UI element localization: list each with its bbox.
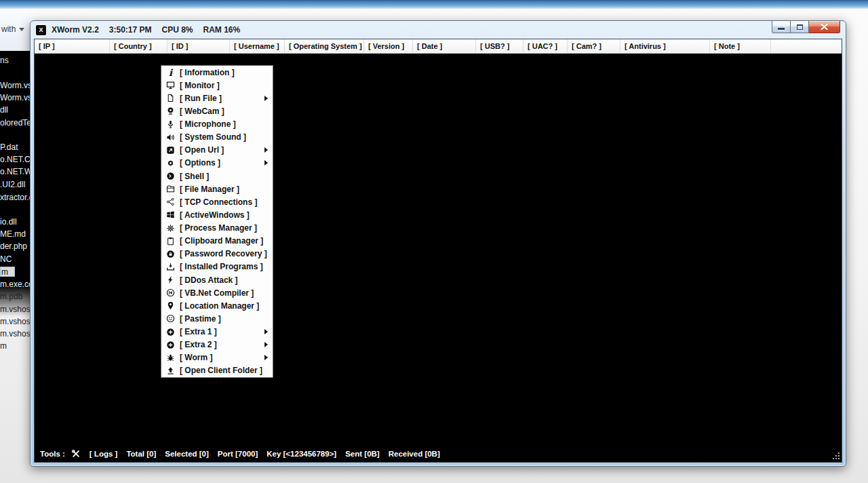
column-header-country[interactable]: [ Country ]: [110, 39, 167, 53]
menu-item-extra-2[interactable]: [ Extra 2 ]: [161, 339, 273, 351]
column-header-note[interactable]: [ Note ]: [710, 39, 771, 53]
background-file-item[interactable]: Worm.vsh: [0, 81, 30, 91]
close-icon: [821, 24, 828, 30]
background-file-item[interactable]: oloredTe: [0, 118, 30, 128]
menu-item-label: [ TCP Connections ]: [180, 197, 257, 207]
run-file-icon: [161, 94, 180, 102]
background-file-item[interactable]: m: [0, 341, 30, 351]
background-file-item[interactable]: dll: [0, 105, 30, 115]
menu-item-system-sound[interactable]: [ System Sound ]: [161, 131, 273, 144]
column-header-version[interactable]: [ Version ]: [364, 39, 413, 53]
chevron-down-icon: [19, 28, 24, 31]
column-header-cam[interactable]: [ Cam? ]: [568, 39, 620, 53]
app-title: XWorm V2.2: [52, 25, 99, 35]
background-file-item[interactable]: ME.md: [0, 229, 30, 239]
clipboard-icon: [161, 237, 180, 246]
background-file-item[interactable]: der.php: [0, 242, 30, 252]
titlebar[interactable]: X XWorm V2.2 3:50:17 PM CPU 8% RAM 16%: [34, 21, 842, 39]
background-file-item[interactable]: NC: [0, 254, 30, 265]
microphone-icon: [161, 120, 180, 129]
column-header-usb[interactable]: [ USB? ]: [476, 39, 524, 53]
menu-item-run-file[interactable]: [ Run File ]: [161, 92, 273, 104]
information-icon: i: [161, 68, 180, 77]
background-file-item[interactable]: m.vshost: [0, 305, 30, 315]
minimize-button[interactable]: [772, 21, 791, 33]
menu-item-tcp-connections[interactable]: [ TCP Connections ]: [161, 195, 273, 208]
column-header-ip[interactable]: [ IP ]: [35, 39, 110, 53]
logs-button[interactable]: [ Logs ]: [90, 450, 118, 458]
menu-item-label: [ Worm ]: [180, 353, 212, 362]
menu-item-location-manager[interactable]: [ Location Manager ]: [161, 299, 273, 312]
column-header-id[interactable]: [ ID ]: [167, 39, 230, 53]
menu-item-options[interactable]: [ Options ]: [161, 157, 273, 170]
ram-usage: RAM 16%: [203, 25, 241, 35]
menu-item-activewindows[interactable]: [ ActiveWindows ]: [161, 208, 273, 221]
upload-icon: [161, 366, 180, 375]
menu-item-file-manager[interactable]: [ File Manager ]: [161, 182, 273, 195]
menu-item-ddos-attack[interactable]: [ DDos Attack ]: [161, 273, 273, 286]
menu-item-open-client-folder[interactable]: [ Open Client Folder ]: [161, 364, 273, 377]
column-header-os[interactable]: [ Operating System ]: [285, 39, 364, 53]
column-header-date[interactable]: [ Date ]: [413, 39, 476, 53]
compiler-icon: [161, 288, 180, 297]
tools-label: Tools :: [40, 450, 65, 458]
background-file-item[interactable]: io.dll: [0, 217, 30, 227]
menu-item-shell[interactable]: [ Shell ]: [161, 170, 273, 182]
menu-item-label: [ Process Manager ]: [180, 223, 257, 233]
close-button[interactable]: [809, 21, 840, 33]
port-value: Port [7000]: [218, 450, 258, 458]
lightning-icon: [161, 275, 180, 284]
column-header-uac[interactable]: [ UAC? ]: [524, 39, 568, 53]
background-file-item-selected[interactable]: m: [0, 267, 15, 277]
plus-circle-icon: [161, 328, 180, 336]
background-file-item[interactable]: o.NET.Co: [0, 155, 30, 165]
resize-grip[interactable]: [831, 451, 840, 460]
background-file-item[interactable]: Worm.vsh: [0, 93, 30, 103]
column-header-filler: [771, 39, 842, 53]
menu-item-installed-programs[interactable]: [ Installed Programs ]: [161, 260, 273, 273]
app-icon: X: [36, 25, 46, 35]
submenu-arrow-icon: [264, 160, 268, 166]
background-file-item[interactable]: ns: [0, 56, 30, 66]
menu-item-label: [ VB.Net Compiler ]: [180, 288, 254, 298]
menu-item-monitor[interactable]: [ Monitor ]: [161, 79, 273, 92]
client-list-area[interactable]: [35, 54, 842, 446]
background-file-item[interactable]: xtractor.d: [0, 193, 30, 203]
download-icon: [161, 263, 180, 271]
menu-item-clipboard-manager[interactable]: [ Clipboard Manager ]: [161, 235, 273, 248]
background-openwith-dropdown[interactable]: with: [1, 24, 24, 34]
open-url-icon: [161, 146, 180, 155]
background-file-item[interactable]: P.dat: [0, 142, 30, 153]
background-file-item[interactable]: m.pdb: [0, 292, 30, 302]
column-header-username[interactable]: [ Username ]: [230, 39, 285, 53]
background-file-item[interactable]: m.exe.co: [0, 279, 30, 290]
maximize-icon: [797, 24, 803, 30]
menu-item-label: [ Options ]: [180, 158, 220, 168]
menu-item-worm[interactable]: [ Worm ]: [161, 351, 273, 364]
menu-item-label: [ Monitor ]: [180, 81, 220, 90]
tools-icon[interactable]: [71, 449, 81, 459]
menu-item-microphone[interactable]: [ Microphone ]: [161, 118, 273, 131]
menu-item-webcam[interactable]: [ WebCam ]: [161, 104, 273, 117]
listview-header: [ IP ] [ Country ] [ ID ] [ Username ] […: [35, 39, 842, 54]
background-dropdown-label: with: [1, 24, 16, 34]
speaker-icon: [161, 133, 180, 142]
background-file-item[interactable]: m.vshost: [0, 317, 30, 327]
submenu-arrow-icon: [264, 329, 268, 334]
gear-outline-icon: [161, 224, 180, 233]
gear-icon: [161, 159, 180, 168]
background-file-item[interactable]: m.vshost: [0, 329, 30, 339]
smiley-icon: [161, 314, 180, 323]
menu-item-open-url[interactable]: [ Open Url ]: [161, 144, 273, 157]
maximize-button[interactable]: [791, 21, 809, 33]
menu-item-vbnet-compiler[interactable]: [ VB.Net Compiler ]: [161, 286, 273, 299]
menu-item-label: [ Run File ]: [180, 94, 222, 103]
menu-item-pastime[interactable]: [ Pastime ]: [161, 312, 273, 325]
column-header-antivirus[interactable]: [ Antivirus ]: [620, 39, 710, 53]
background-file-item[interactable]: .UI2.dll: [0, 180, 30, 190]
background-file-item[interactable]: o.NET.Wi: [0, 167, 30, 177]
menu-item-password-recovery[interactable]: [ Password Recovery ]: [161, 248, 273, 260]
menu-item-extra-1[interactable]: [ Extra 1 ]: [161, 326, 273, 339]
menu-item-information[interactable]: i [ Information ]: [161, 66, 273, 79]
menu-item-process-manager[interactable]: [ Process Manager ]: [161, 222, 273, 235]
